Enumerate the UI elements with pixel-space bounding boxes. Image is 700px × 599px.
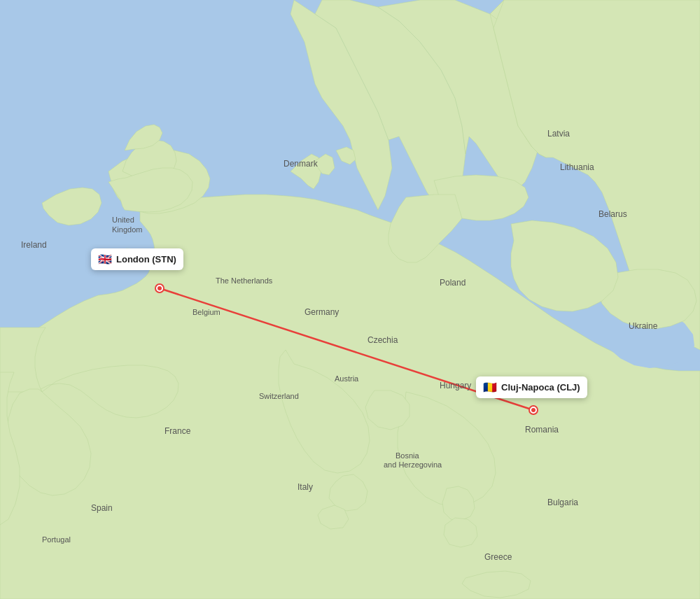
svg-text:Kingdom: Kingdom: [112, 225, 142, 234]
svg-text:United: United: [112, 216, 134, 224]
svg-text:Ireland: Ireland: [21, 240, 47, 250]
svg-text:Bulgaria: Bulgaria: [547, 498, 578, 507]
svg-text:Belgium: Belgium: [192, 308, 220, 316]
svg-text:The Netherlands: The Netherlands: [216, 276, 273, 285]
svg-point-5: [531, 408, 536, 412]
svg-text:Lithuania: Lithuania: [560, 162, 594, 172]
svg-text:Denmark: Denmark: [284, 159, 318, 169]
svg-text:Bosnia: Bosnia: [396, 451, 420, 460]
svg-text:Switzerland: Switzerland: [259, 392, 299, 400]
svg-text:France: France: [164, 426, 191, 436]
svg-point-3: [158, 286, 162, 290]
svg-text:Hungary: Hungary: [440, 381, 471, 390]
svg-text:Germany: Germany: [304, 307, 339, 317]
map-svg: Ireland United Kingdom Portugal Spain Fr…: [0, 0, 700, 599]
svg-text:Latvia: Latvia: [547, 129, 570, 139]
svg-text:Austria: Austria: [335, 374, 359, 383]
svg-text:Ukraine: Ukraine: [629, 321, 658, 331]
svg-text:Greece: Greece: [484, 552, 512, 562]
svg-text:Poland: Poland: [440, 278, 465, 288]
svg-text:Romania: Romania: [525, 425, 559, 435]
svg-text:Belarus: Belarus: [598, 209, 627, 219]
svg-text:Italy: Italy: [298, 482, 313, 492]
svg-text:Portugal: Portugal: [42, 535, 71, 544]
svg-text:and Herzegovina: and Herzegovina: [384, 460, 442, 469]
svg-text:Czechia: Czechia: [368, 335, 398, 345]
svg-text:Spain: Spain: [91, 503, 113, 513]
map-container: Ireland United Kingdom Portugal Spain Fr…: [0, 0, 700, 599]
